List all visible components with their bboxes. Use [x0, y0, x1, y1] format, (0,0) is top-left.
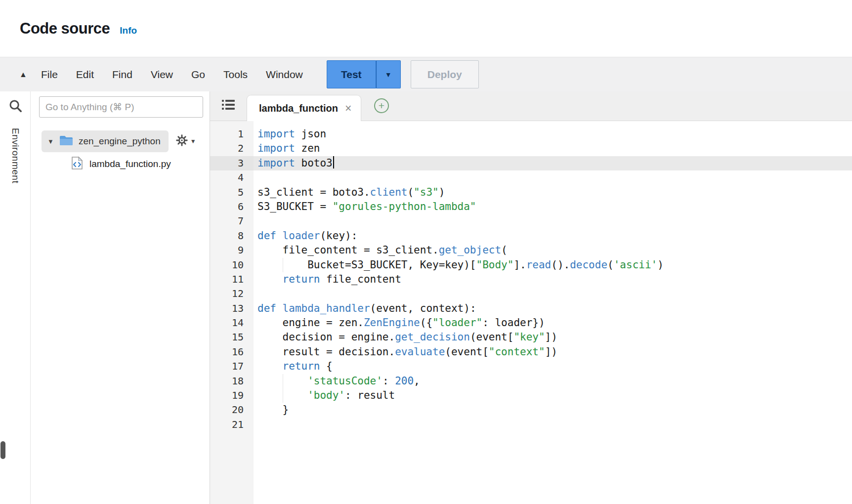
lambda-code-editor: Code source Info ▲ File Edit Find View G…: [0, 0, 852, 504]
code-line[interactable]: 'statusCode': 200,: [254, 374, 852, 388]
code-file-icon: [71, 156, 83, 172]
code-line[interactable]: def loader(key):: [254, 229, 852, 243]
file-tree: ▼ zen_engine_python ▼: [31, 130, 210, 174]
menu-view[interactable]: View: [143, 64, 180, 85]
menu-go[interactable]: Go: [184, 64, 213, 85]
line-number: 6: [210, 200, 254, 214]
line-number: 12: [210, 287, 254, 301]
code-line[interactable]: 'body': result: [254, 388, 852, 403]
workspace: Environment ▼ zen_engine_python: [0, 91, 852, 504]
search-icon[interactable]: [8, 98, 23, 115]
editor-pane: lambda_function × + 12345678910111213141…: [210, 91, 852, 504]
line-number: 7: [210, 214, 254, 228]
code-editor: 123456789101112131415161718192021 import…: [210, 121, 852, 504]
open-files-list-icon[interactable]: [221, 98, 236, 113]
line-number: 13: [210, 301, 254, 316]
close-icon[interactable]: ×: [345, 103, 351, 114]
folder-expand-caret-icon[interactable]: ▼: [47, 138, 54, 145]
menu-find[interactable]: Find: [105, 64, 140, 85]
line-number: 10: [210, 258, 254, 272]
line-number: 16: [210, 345, 254, 359]
code-lines[interactable]: import jsonimport zenimport boto3s3_clie…: [254, 121, 852, 504]
chevron-down-icon: ▼: [190, 138, 196, 145]
gear-icon: [175, 134, 188, 149]
info-link[interactable]: Info: [120, 25, 137, 36]
code-line[interactable]: s3_client = boto3.client("s3"): [254, 185, 852, 200]
test-dropdown-button[interactable]: ▼: [376, 60, 401, 88]
line-number: 20: [210, 403, 254, 417]
indent-guide: [283, 258, 283, 272]
folder-settings-button[interactable]: ▼: [175, 134, 196, 149]
header: Code source Info: [0, 0, 852, 57]
tab-title: lambda_function: [259, 103, 338, 114]
line-number: 3: [210, 156, 254, 170]
code-line[interactable]: return file_content: [254, 272, 852, 287]
tree-row: ▼ zen_engine_python ▼: [42, 130, 210, 152]
code-line[interactable]: file_content = s3_client.get_object(: [254, 243, 852, 257]
menu-edit[interactable]: Edit: [69, 64, 101, 85]
folder-row-zen-engine-python[interactable]: ▼ zen_engine_python: [42, 130, 169, 152]
goto-anything-input[interactable]: [39, 96, 203, 118]
line-number: 18: [210, 374, 254, 388]
code-line[interactable]: import zen: [254, 141, 852, 156]
code-line[interactable]: S3_BUCKET = "gorules-python-lambda": [254, 200, 852, 214]
folder-name: zen_engine_python: [79, 136, 161, 147]
page-title: Code source: [20, 20, 110, 38]
test-button[interactable]: Test: [327, 60, 376, 88]
file-name: lambda_function.py: [89, 159, 171, 169]
menu-window[interactable]: Window: [258, 64, 310, 85]
test-split-button: Test ▼: [327, 60, 401, 88]
indent-guide: [283, 374, 283, 388]
code-line[interactable]: Bucket=S3_BUCKET, Key=key)["Body"].read(…: [254, 258, 852, 272]
line-number: 11: [210, 272, 254, 287]
line-number: 4: [210, 170, 254, 185]
line-number: 15: [210, 330, 254, 344]
line-number: 2: [210, 141, 254, 156]
indent-guide: [283, 388, 283, 403]
line-number: 19: [210, 388, 254, 403]
line-number: 9: [210, 243, 254, 257]
code-line[interactable]: import boto3: [254, 156, 852, 170]
tab-strip: lambda_function × +: [210, 91, 852, 121]
scrollbar-thumb[interactable]: [0, 441, 5, 459]
code-line[interactable]: [254, 170, 852, 185]
folder-icon: [59, 135, 73, 148]
tab-lambda-function[interactable]: lambda_function ×: [247, 95, 361, 121]
code-line[interactable]: [254, 418, 852, 432]
collapse-panel-icon[interactable]: ▲: [13, 70, 34, 79]
code-line[interactable]: [254, 214, 852, 228]
line-number: 14: [210, 316, 254, 330]
code-line[interactable]: [254, 287, 852, 301]
menu-tools[interactable]: Tools: [216, 64, 255, 85]
line-number: 1: [210, 127, 254, 141]
plus-icon: +: [379, 100, 384, 112]
line-number: 8: [210, 229, 254, 243]
gutter: 123456789101112131415161718192021: [210, 121, 254, 504]
code-line[interactable]: engine = zen.ZenEngine({"loader": loader…: [254, 316, 852, 330]
code-line[interactable]: }: [254, 403, 852, 417]
code-line[interactable]: import json: [254, 127, 852, 141]
file-row-lambda-function[interactable]: lambda_function.py: [71, 154, 210, 174]
file-explorer: ▼ zen_engine_python ▼: [31, 91, 210, 504]
code-line[interactable]: decision = engine.get_decision(event["ke…: [254, 330, 852, 344]
menubar: ▲ File Edit Find View Go Tools Window Te…: [0, 57, 852, 91]
new-tab-button[interactable]: +: [374, 98, 389, 113]
deploy-button[interactable]: Deploy: [411, 60, 479, 88]
menu-file[interactable]: File: [34, 64, 65, 85]
line-number: 5: [210, 185, 254, 200]
line-number: 17: [210, 359, 254, 374]
code-line[interactable]: def lambda_handler(event, context):: [254, 301, 852, 316]
environment-sidebar-label[interactable]: Environment: [10, 128, 21, 183]
chevron-down-icon: ▼: [385, 71, 392, 79]
line-number: 21: [210, 418, 254, 432]
code-line[interactable]: return {: [254, 359, 852, 374]
code-line[interactable]: result = decision.evaluate(event["contex…: [254, 345, 852, 359]
text-cursor: [333, 156, 334, 168]
